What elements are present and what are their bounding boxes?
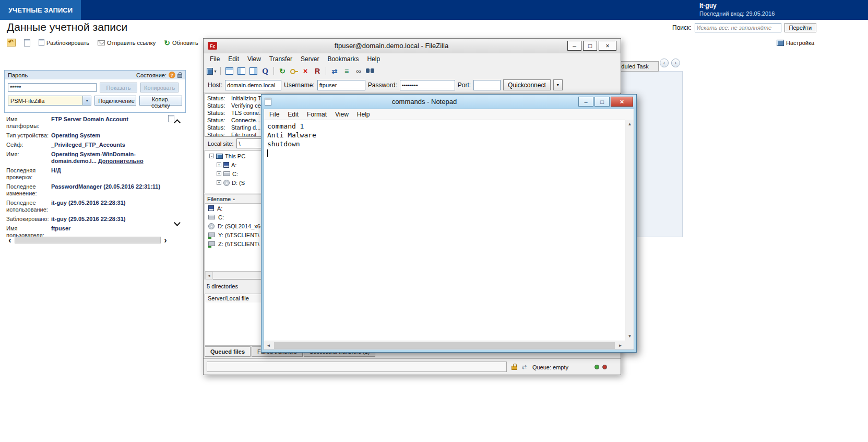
search-input[interactable] xyxy=(695,23,781,32)
refresh-icon[interactable]: ↻ xyxy=(277,66,288,76)
notepad-text-area[interactable]: command 1 Anti Malware shutdown xyxy=(264,120,625,341)
menu-help[interactable]: Help xyxy=(353,110,374,119)
scroll-right-button[interactable]: › xyxy=(162,237,169,243)
local-site-label: Local site: xyxy=(208,141,234,147)
password-input[interactable] xyxy=(400,80,455,90)
horizontal-scrollbar[interactable]: ◄ ► xyxy=(264,341,625,350)
send-link-label: Отправить ссылку xyxy=(107,40,156,46)
panel-next-button[interactable]: › xyxy=(671,59,680,67)
scroll-left-button[interactable]: ‹ xyxy=(6,237,14,243)
remote-tree-icon[interactable] xyxy=(248,66,258,76)
scroll-up-button[interactable]: ▲ xyxy=(625,120,634,129)
menu-view[interactable]: View xyxy=(331,110,353,119)
text-line: shutdown xyxy=(267,139,622,148)
show-password-button[interactable]: Показать xyxy=(100,83,137,92)
menu-server[interactable]: Server xyxy=(296,54,323,64)
expand-icon[interactable]: + xyxy=(217,162,221,167)
account-file-icon[interactable] xyxy=(168,115,174,122)
detail-row: Имя платформы:FTP Server Domain Account xyxy=(6,116,172,130)
menu-help[interactable]: Help xyxy=(363,54,384,64)
menu-edit[interactable]: Edit xyxy=(283,110,303,119)
expand-icon[interactable]: + xyxy=(217,180,221,185)
menu-view[interactable]: View xyxy=(243,54,265,64)
scroll-left-button[interactable]: ◄ xyxy=(205,272,213,280)
menu-format[interactable]: Format xyxy=(303,110,331,119)
panel-prev-button[interactable]: ‹ xyxy=(660,59,669,67)
message-log-icon[interactable] xyxy=(224,66,234,76)
scroll-up-button[interactable] xyxy=(174,119,181,126)
local-tree-icon[interactable] xyxy=(236,66,246,76)
reconnect-icon[interactable]: R xyxy=(312,66,323,76)
unlock-label: Разблокировать xyxy=(46,40,89,46)
detail-row: Последнее использование:it-guy (29.05.20… xyxy=(6,200,172,213)
scroll-down-button[interactable] xyxy=(174,219,181,226)
hard-drive-icon xyxy=(208,215,215,219)
scrollbar-thumb[interactable] xyxy=(274,342,615,349)
menu-bookmarks[interactable]: Bookmarks xyxy=(323,54,363,64)
horizontal-scrollbar[interactable]: ‹ › xyxy=(6,236,169,244)
port-input[interactable] xyxy=(473,80,501,90)
document-icon[interactable] xyxy=(24,39,30,46)
minimize-button[interactable]: – xyxy=(578,97,593,107)
username-input[interactable] xyxy=(317,80,365,90)
collapse-icon[interactable]: - xyxy=(209,154,214,158)
menu-transfer[interactable]: Transfer xyxy=(265,54,296,64)
key-icon[interactable] xyxy=(289,67,299,75)
tls-lock-icon xyxy=(512,366,517,370)
password-label: Password: xyxy=(368,82,397,89)
quickconnect-button[interactable]: Quickconnect xyxy=(503,79,551,90)
menu-edit[interactable]: Edit xyxy=(224,54,243,64)
password-box: Пароль Состояние: ? Показать Копировать … xyxy=(4,70,186,113)
copy-password-button[interactable]: Копировать xyxy=(140,83,179,92)
notepad-window-title: commands - Notepad xyxy=(271,98,577,106)
directory-comparison-icon[interactable]: ⇄ xyxy=(329,66,340,76)
scroll-left-button[interactable]: ◄ xyxy=(264,341,273,350)
connection-component-select[interactable]: PSM-FileZilla ▼ xyxy=(8,96,91,106)
connect-button[interactable]: Подключение xyxy=(94,96,136,106)
cancel-icon[interactable]: × xyxy=(300,66,311,76)
user-info: it-guy Последний вход: 29.05.2016 xyxy=(699,2,775,17)
restore-icon[interactable] xyxy=(7,39,16,46)
menu-file[interactable]: File xyxy=(265,110,283,119)
help-icon[interactable]: ? xyxy=(169,72,175,78)
accounts-nav-tab[interactable]: УЧЕТНЫЕ ЗАПИСИ xyxy=(0,0,81,20)
maximize-button[interactable]: □ xyxy=(583,41,597,51)
search-go-button[interactable]: Перейти xyxy=(784,23,817,32)
account-details-panel: Пароль Состояние: ? Показать Копировать … xyxy=(4,70,186,250)
notepad-client-area: File Edit Format View Help command 1 Ant… xyxy=(264,109,634,350)
red-led-icon xyxy=(602,365,607,369)
menu-file[interactable]: File xyxy=(206,54,224,64)
file-search-icon[interactable] xyxy=(365,67,375,75)
floppy-icon xyxy=(223,162,229,168)
minimize-button[interactable]: – xyxy=(567,41,581,51)
last-login-text: Последний вход: 29.05.2016 xyxy=(699,10,775,17)
cd-drive-icon xyxy=(208,223,215,229)
settings-link[interactable]: Настройка xyxy=(777,40,814,46)
send-link-action[interactable]: Отправить ссылку xyxy=(98,40,156,46)
tab-queued-files[interactable]: Queued files xyxy=(205,346,251,357)
scroll-right-button[interactable]: ► xyxy=(616,341,625,350)
expand-icon[interactable]: + xyxy=(217,171,221,176)
unlock-action[interactable]: Разблокировать xyxy=(39,39,89,46)
quickconnect-dropdown[interactable]: ▼ xyxy=(553,79,563,90)
maximize-button[interactable]: □ xyxy=(594,97,610,107)
synchronized-browsing-icon[interactable]: ≡ xyxy=(341,66,352,76)
scroll-down-button[interactable]: ▼ xyxy=(625,332,634,341)
site-manager-icon[interactable]: ▼ xyxy=(207,66,217,76)
password-field[interactable] xyxy=(8,83,97,92)
copy-link-button[interactable]: Копир. ссылку xyxy=(139,96,182,106)
refresh-action[interactable]: ↻ Обновить xyxy=(164,40,198,46)
host-input[interactable] xyxy=(225,80,281,90)
notepad-window: commands - Notepad – □ × File Edit Forma… xyxy=(261,94,637,353)
filezilla-titlebar[interactable]: Fz ftpuser@domain.demo.local - FileZilla… xyxy=(204,39,621,53)
speed-limits-icon[interactable]: ∞ xyxy=(353,66,364,76)
quickconnect-bar: Host: Username: Password: Port: Quickcon… xyxy=(204,78,621,92)
close-button[interactable]: × xyxy=(599,41,616,51)
notepad-titlebar[interactable]: commands - Notepad – □ × xyxy=(261,95,636,109)
more-link[interactable]: Дополнительно xyxy=(98,158,144,164)
close-button[interactable]: × xyxy=(611,97,633,107)
scrollbar-track[interactable] xyxy=(15,237,161,243)
filezilla-menubar: File Edit View Transfer Server Bookmarks… xyxy=(204,53,621,64)
vertical-scrollbar[interactable]: ▲ ▼ xyxy=(625,120,634,341)
transfer-queue-icon[interactable]: Q xyxy=(260,66,270,76)
